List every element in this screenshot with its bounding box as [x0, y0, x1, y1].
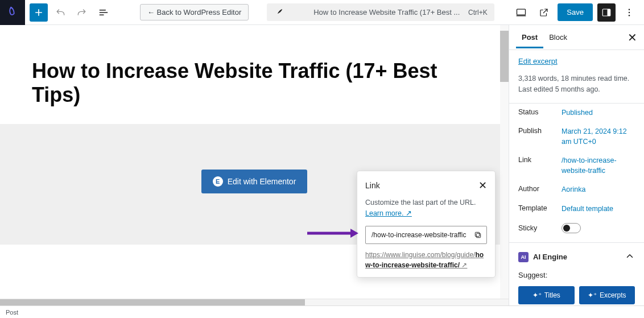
learn-more-link[interactable]: Learn more. ↗	[365, 209, 412, 217]
close-icon: ✕	[628, 31, 637, 44]
undo-button[interactable]	[51, 3, 69, 22]
open-external-button[interactable]	[535, 3, 553, 22]
document-stats: 3,318 words, 18 minutes read time. Last …	[518, 73, 635, 95]
vertical-scrollbar-thumb[interactable]	[500, 31, 509, 82]
full-url-preview[interactable]: https://www.linguise.com/blog/guide/how-…	[365, 250, 487, 270]
document-title-text: How to Increase Website Traffic (17+ Bes…	[288, 8, 485, 16]
redo-button[interactable]	[73, 3, 91, 22]
command-palette-shortcut: Ctrl+K	[468, 9, 488, 16]
breadcrumb-post[interactable]: Post	[6, 309, 18, 316]
save-button[interactable]: Save	[558, 3, 593, 21]
add-block-button[interactable]	[30, 3, 48, 22]
ai-excerpts-button[interactable]: ✦⁺ Excerpts	[579, 286, 635, 304]
ai-titles-button[interactable]: ✦⁺ Titles	[518, 286, 575, 304]
copy-icon	[473, 230, 482, 239]
feather-logo-icon	[6, 5, 19, 19]
elementor-button-label: Edit with Elementor	[228, 177, 296, 186]
author-label: Author	[518, 185, 562, 195]
svg-point-4	[629, 11, 630, 13]
svg-rect-7	[475, 232, 479, 236]
url-slug-input[interactable]	[365, 226, 487, 244]
svg-rect-2	[608, 9, 610, 16]
template-label: Template	[518, 204, 562, 214]
link-popover: Link ✕ Customize the last part of the UR…	[357, 171, 496, 278]
elementor-icon: E	[213, 176, 223, 187]
wand-icon: ✦⁺	[532, 291, 542, 299]
link-popover-title: Link	[365, 181, 380, 190]
close-button[interactable]: ✕	[478, 179, 487, 192]
document-title-button[interactable]: How to Increase Website Traffic (17+ Bes…	[267, 3, 494, 21]
document-overview-button[interactable]	[94, 3, 113, 22]
horizontal-scrollbar[interactable]	[0, 299, 509, 305]
annotation-arrow	[307, 228, 358, 241]
publish-label: Publish	[518, 127, 562, 147]
ai-engine-panel-header[interactable]: AI AI Engine	[509, 243, 644, 271]
sticky-label: Sticky	[518, 224, 562, 232]
view-device-button[interactable]	[512, 3, 530, 22]
ai-titles-label: Titles	[544, 291, 560, 299]
link-popover-description: Customize the last part of the URL. Lear…	[365, 197, 487, 219]
chevron-up-icon	[625, 251, 635, 263]
status-value[interactable]: Published	[562, 108, 635, 118]
close-icon: ✕	[478, 180, 487, 191]
svg-point-5	[629, 15, 630, 16]
link-value[interactable]: /how-to-increase-website-traffic	[562, 156, 635, 176]
ai-excerpts-label: Excerpts	[600, 291, 626, 299]
bottom-status-bar: Post	[0, 305, 644, 318]
vertical-scrollbar[interactable]	[500, 25, 509, 318]
back-to-wordpress-button[interactable]: ← Back to WordPress Editor	[140, 4, 249, 20]
edit-excerpt-link[interactable]: Edit excerpt	[518, 57, 635, 65]
page-title[interactable]: How to Increase Website Traffic (17+ Bes…	[32, 59, 477, 107]
author-value[interactable]: Aorinka	[562, 185, 635, 195]
svg-point-3	[629, 9, 630, 10]
settings-panel-toggle[interactable]	[597, 3, 616, 22]
more-options-button[interactable]	[620, 3, 638, 22]
edit-with-elementor-button[interactable]: E Edit with Elementor	[201, 170, 308, 193]
tab-post[interactable]: Post	[516, 26, 543, 48]
status-label: Status	[518, 108, 562, 118]
wand-icon: ✦⁺	[588, 291, 597, 299]
ai-suggest-label: Suggest:	[518, 271, 635, 279]
toggle-knob	[563, 225, 570, 232]
app-logo[interactable]	[0, 0, 25, 25]
horizontal-scrollbar-thumb[interactable]	[0, 299, 305, 305]
svg-marker-9	[350, 229, 358, 238]
tab-block[interactable]: Block	[543, 26, 573, 48]
sticky-toggle[interactable]	[562, 223, 581, 233]
link-label: Link	[518, 156, 562, 176]
close-sidebar-button[interactable]: ✕	[628, 31, 637, 44]
svg-rect-0	[517, 9, 526, 15]
copy-url-button[interactable]	[472, 229, 484, 241]
ai-badge-icon: AI	[518, 252, 529, 262]
template-value[interactable]: Default template	[562, 204, 635, 214]
publish-value[interactable]: March 21, 2024 9:12 am UTC+0	[562, 127, 635, 147]
quill-icon	[276, 7, 284, 17]
svg-rect-6	[476, 233, 480, 237]
ai-engine-title: AI Engine	[533, 253, 567, 261]
